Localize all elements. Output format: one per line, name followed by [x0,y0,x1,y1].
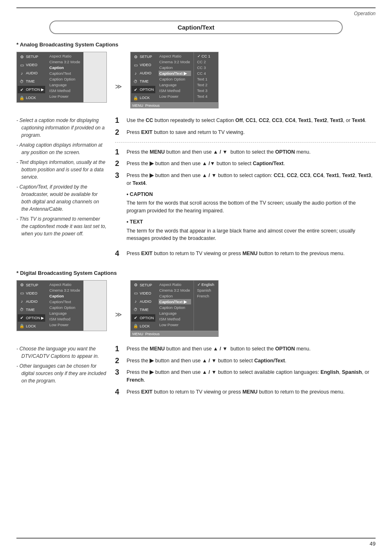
analog-bullet-5: This TV is programmed to remember the ca… [16,215,107,237]
submenu-cc2: CC 2 [196,59,216,64]
dmenu-icon-option: ✔ OPTION ▶ [18,314,45,322]
menu2-item-caption: Caption [159,65,191,70]
dmenu2-icon-option: ✔ OPTION [131,314,155,322]
menu-icon-lock: 🔒 LOCK [18,94,45,101]
menu-icon-option: ✔ OPTION ▶ [18,86,45,93]
dlock-icon: 🔒 [19,323,25,329]
doption2-icon: ✔ [133,315,138,321]
dstep3-text: Press the ▶ button and then use ▲ / ▼ bu… [127,368,376,384]
dmenu2-item-captiontext: Caption/Text ▶ [159,299,191,304]
bottom-bar-text: MENU Previous [132,104,160,108]
analog-step-d3: 3 Press the ▶ button and then use ▲ / ▼ … [115,172,376,246]
dvideo-label: VIDEO [26,291,37,295]
dmenu2-item-ism: ISM Method [159,316,191,322]
digital-menu2-bottom: MENU Previous [130,331,219,337]
step-d3-text: Press the ▶ button and then use ▲ / ▼ bu… [127,172,376,246]
dmenu-item-language: Language [48,311,81,316]
menu-item-aspect: Aspect Ratio [48,53,81,59]
lock-icon: 🔒 [19,95,25,101]
digital-bullet-2: Other languages can be chosen for digita… [16,362,107,385]
option2-label: OPTION [140,88,154,92]
step-d2-text: Press the ▶ button and then use ▲ /▼ but… [127,160,376,168]
menu2-item-cinema: Cinema 3:2 Mode [159,59,191,64]
digital-step3: 3 Press the ▶ button and then use ▲ / ▼ … [115,368,376,384]
caption-def-body: The term for the words that scroll acros… [127,199,376,215]
menu-icon-time: ⏱ TIME [18,78,45,85]
analog-step-d1: 1 Press the MENU button and then use ▲ /… [115,148,376,156]
menu2-item-aspect: Aspect Ratio [159,53,191,59]
dsubmenu-english: ✓ English [196,282,216,287]
dtime-icon: ⏱ [19,307,25,313]
daudio-label: AUDIO [26,299,38,304]
page-title: Caption/Text [49,21,343,34]
dstep2-num: 2 [115,357,123,364]
setup-label: SETUP [26,55,38,59]
video-icon: ▭ [19,62,25,68]
dmenu2-icon-setup: ⚙ SETUP [131,281,155,289]
setup-icon: ⚙ [19,54,25,60]
option2-icon: ✔ [133,87,138,92]
text-def-body: The term for the words that appear in a … [127,227,376,243]
analog-bullet-2: Analog caption displays information at a… [16,141,107,156]
menu-item-captionoption: Caption Option [48,76,81,82]
step-d3-num: 3 [115,172,123,179]
menu-item-captiontext: Caption/Text [48,71,81,76]
menu2-icon-setup: ⚙ SETUP [131,53,155,60]
doption-label: OPTION ▶ [26,316,44,320]
lock2-label: LOCK [140,96,150,100]
dmenu-item-caption: Caption [48,293,81,299]
menu2-icon-audio: ♪ AUDIO [131,69,155,77]
menu2-icon-video: ▭ VIDEO [131,61,155,69]
dsubmenu-french: French [196,293,216,299]
menu-item-lowpower: Low Power [48,94,81,99]
dstep4-num: 4 [115,388,123,396]
video2-icon: ▭ [133,62,138,68]
setup2-icon: ⚙ [133,54,138,60]
menu2-icon-lock: 🔒 LOCK [131,94,155,101]
analog-bullet-3: Text displays information, usually at th… [16,159,107,181]
setup2-label: SETUP [140,55,152,59]
dmenu-icon-lock: 🔒 LOCK [18,322,45,330]
step-d1-num: 1 [115,148,123,156]
menu-item-cinema: Cinema 3:2 Mode [48,59,81,64]
menu2-item-lowpower: Low Power [159,94,191,99]
digital-bullets: Choose the language you want the DTV/CAD… [16,345,107,385]
daudio-icon: ♪ [19,299,25,304]
menu2-icon-option: ✔ OPTION [131,86,155,93]
analog-menu1: ⚙ SETUP ▭ VIDEO ♪ AUDIO ⏱ TIME [16,52,107,103]
dmenu2-item-language: Language [159,311,191,316]
step2-text: Press EXIT button to save and return to … [127,129,376,136]
analog-bullets: Select a caption mode for displaying cap… [16,117,107,237]
daudio2-label: AUDIO [140,299,152,304]
dvideo-icon: ▭ [19,290,25,296]
dstep3-num: 3 [115,368,123,376]
caption-def-title: CAPTION [127,191,376,198]
submenu-cc1: ✓ CC 1 [196,53,216,59]
dmenu-icon-time: ⏱ TIME [18,306,45,313]
submenu-text4: Text 4 [196,94,216,99]
dvideo2-label: VIDEO [140,291,151,295]
dmenu-icon-setup: ⚙ SETUP [18,281,45,289]
dlock2-icon: 🔒 [133,323,138,329]
bottom-line [16,538,376,539]
submenu-text2: Text 2 [196,82,216,88]
dmenu-item-lowpower: Low Power [48,322,81,327]
time2-label: TIME [140,79,149,83]
digital-bullet-1: Choose the language you want the DTV/CAD… [16,345,107,360]
dmenu-icon-video: ▭ VIDEO [18,290,45,297]
digital-section-heading: * Digital Broadcasting System Captions [16,270,376,276]
dmenu2-item-lowpower: Low Power [159,322,191,327]
option-label: OPTION ▶ [26,88,44,92]
submenu-text1: Text 1 [196,76,216,82]
menu-item-language: Language [48,82,81,88]
daudio2-icon: ♪ [133,299,138,304]
dmenu-item-captionoption: Caption Option [48,305,81,310]
dmenu-item-cinema: Cinema 3:2 Mode [48,288,81,293]
step1-num: 1 [115,117,123,124]
digital-step4: 4 Press EXIT button to return to TV view… [115,388,376,396]
digital-menu1: ⚙ SETUP ▭ VIDEO ♪ AUDIO ⏱ TIME [16,280,107,331]
menu-icon-audio: ♪ AUDIO [18,69,45,77]
analog-step2: 2 Press EXIT button to save and return t… [115,129,376,136]
dmenu2-item-captionoption: Caption Option [159,305,191,310]
menu2-item-ism: ISM Method [159,88,191,93]
